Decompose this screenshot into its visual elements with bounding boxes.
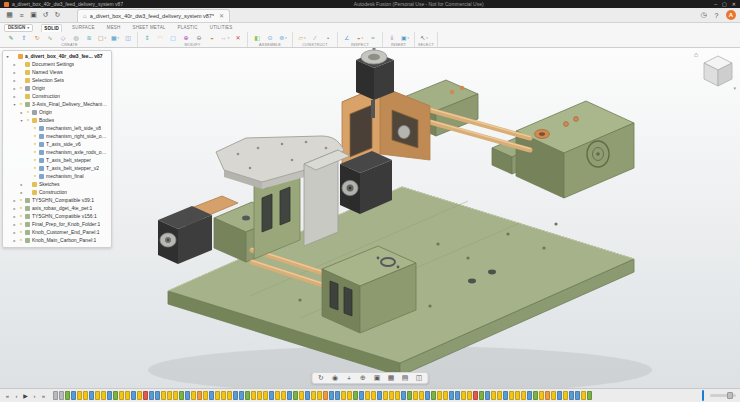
timeline-feature-tick[interactable] <box>233 391 238 400</box>
browser-row[interactable]: ●T_axis_belt_stepper <box>3 156 111 164</box>
delete-icon[interactable]: ✕ <box>232 33 244 42</box>
timeline-feature-tick[interactable] <box>203 391 208 400</box>
as-built-joint-icon[interactable]: ⊚▾ <box>277 33 289 42</box>
timeline-feature-tick[interactable] <box>95 391 100 400</box>
undo-icon[interactable]: ↺ <box>40 10 51 21</box>
timeline-feature-tick[interactable] <box>257 391 262 400</box>
timeline-feature-tick[interactable] <box>533 391 538 400</box>
pattern-icon[interactable]: ▦▾ <box>109 33 121 42</box>
model-right-bearing-block[interactable] <box>492 101 634 198</box>
timeline-feature-tick[interactable] <box>359 391 364 400</box>
model-left-stepper-motor[interactable] <box>158 206 212 264</box>
timeline-feature-tick[interactable] <box>587 391 592 400</box>
timeline-feature-tick[interactable] <box>275 391 280 400</box>
timeline-feature-tick[interactable] <box>155 391 160 400</box>
browser-row[interactable]: ▸Selection Sets <box>3 76 111 84</box>
timeline-feature-tick[interactable] <box>365 391 370 400</box>
visibility-bulb-icon[interactable]: ● <box>19 222 23 226</box>
browser-row[interactable]: ▸●Knob_Customer_End_Panel:1 <box>3 228 111 236</box>
visibility-bulb-icon[interactable]: ● <box>33 142 37 146</box>
close-window-icon[interactable]: ✕ <box>732 1 736 7</box>
timeline-feature-tick[interactable] <box>269 391 274 400</box>
timeline-feature-tick[interactable] <box>515 391 520 400</box>
tab-mesh[interactable]: MESH <box>105 24 123 32</box>
timeline-feature-tick[interactable] <box>281 391 286 400</box>
help-icon[interactable]: ? <box>711 10 722 21</box>
timeline-feature-tick[interactable] <box>119 391 124 400</box>
timeline-feature-tick[interactable] <box>83 391 88 400</box>
look-at-icon[interactable]: ◉ <box>331 373 340 383</box>
timeline-feature-tick[interactable] <box>53 391 58 400</box>
timeline-feature-tick[interactable] <box>167 391 172 400</box>
timeline-feature-tick[interactable] <box>137 391 142 400</box>
visibility-bulb-icon[interactable]: ● <box>33 166 37 170</box>
visibility-bulb-icon[interactable]: ● <box>19 238 23 242</box>
app-grid-icon[interactable]: ▦ <box>4 10 15 21</box>
tab-sheet-metal[interactable]: SHEET METAL <box>131 24 168 32</box>
viewcube-home-icon[interactable]: ⌂ <box>694 51 698 58</box>
visibility-bulb-icon[interactable]: ● <box>33 126 37 130</box>
timeline-feature-tick[interactable] <box>329 391 334 400</box>
browser-row[interactable]: ▸Construction <box>3 188 111 196</box>
minimize-icon[interactable]: – <box>714 1 717 7</box>
insert-mesh-icon[interactable]: ⇩ <box>386 33 398 42</box>
browser-row[interactable]: ●mechanism_left_side_v8 <box>3 124 111 132</box>
timeline-feature-tick[interactable] <box>251 391 256 400</box>
timeline-feature-tick[interactable] <box>347 391 352 400</box>
visibility-bulb-icon[interactable]: ● <box>19 102 23 106</box>
timeline-feature-tick[interactable] <box>437 391 442 400</box>
visibility-bulb-icon[interactable]: ● <box>26 118 30 122</box>
timeline-feature-tick[interactable] <box>455 391 460 400</box>
split-body-icon[interactable]: ◒ <box>206 33 218 42</box>
zoom-icon[interactable]: ⊕ <box>359 373 368 383</box>
mirror-icon[interactable]: ◫ <box>122 33 134 42</box>
timeline-feature-tick[interactable] <box>89 391 94 400</box>
hole-icon[interactable]: ◎ <box>70 33 82 42</box>
combine-icon[interactable]: ⊕ <box>180 33 192 42</box>
loft-icon[interactable]: ◇ <box>57 33 69 42</box>
timeline-feature-tick[interactable] <box>173 391 178 400</box>
browser-row[interactable]: ▸Document Settings <box>3 60 111 68</box>
browser-row[interactable]: ▸●Final_Prep_for_Knob_Folder:1 <box>3 220 111 228</box>
view-cube[interactable]: ⌂ ▾ <box>694 51 736 91</box>
home-icon[interactable]: ⌂ <box>83 13 87 19</box>
timeline-feature-tick[interactable] <box>245 391 250 400</box>
browser-row[interactable]: ▸●Knob_Main_Carbon_Panel:1 <box>3 236 111 244</box>
timeline-feature-tick[interactable] <box>71 391 76 400</box>
construction-axis-icon[interactable]: ∕ <box>309 33 321 42</box>
timeline-feature-tick[interactable] <box>263 391 268 400</box>
timeline-feature-tick[interactable] <box>569 391 574 400</box>
timeline-feature-tick[interactable] <box>191 391 196 400</box>
measure-icon[interactable]: ∠ <box>341 33 353 42</box>
browser-row[interactable]: ▸●Origin <box>3 84 111 92</box>
go-to-end-icon[interactable]: » <box>40 393 47 399</box>
step-forward-icon[interactable]: › <box>31 393 38 399</box>
timeline-feature-tick[interactable] <box>425 391 430 400</box>
primitive-box-icon[interactable]: ▢▾ <box>96 33 108 42</box>
timeline-feature-tick[interactable] <box>413 391 418 400</box>
construction-plane-icon[interactable]: ▱▾ <box>296 33 308 42</box>
timeline-feature-tick[interactable] <box>443 391 448 400</box>
thread-icon[interactable]: ≋ <box>83 33 95 42</box>
grid-settings-icon[interactable]: ▤ <box>401 373 410 383</box>
visibility-bulb-icon[interactable]: ● <box>33 158 37 162</box>
visibility-bulb-icon[interactable]: ● <box>26 110 30 114</box>
timeline-feature-tick[interactable] <box>77 391 82 400</box>
timeline-feature-tick[interactable] <box>131 391 136 400</box>
timeline-feature-tick[interactable] <box>371 391 376 400</box>
press-pull-icon[interactable]: ⇕ <box>141 33 153 42</box>
visibility-bulb-icon[interactable]: ● <box>33 134 37 138</box>
timeline-feature-tick[interactable] <box>479 391 484 400</box>
fillet-icon[interactable]: ◠ <box>154 33 166 42</box>
timeline-feature-tick[interactable] <box>227 391 232 400</box>
shell-icon[interactable]: ▢ <box>167 33 179 42</box>
timeline-feature-tick[interactable] <box>545 391 550 400</box>
timeline-feature-tick[interactable] <box>575 391 580 400</box>
timeline-feature-tick[interactable] <box>521 391 526 400</box>
visibility-bulb-icon[interactable]: ● <box>19 206 23 210</box>
fit-icon[interactable]: ▣ <box>373 373 382 383</box>
joint-icon[interactable]: ⊙ <box>264 33 276 42</box>
timeline-feature-tick[interactable] <box>65 391 70 400</box>
select-icon[interactable]: ↖▾ <box>418 33 430 42</box>
file-menu-icon[interactable]: ≡ <box>16 10 27 21</box>
